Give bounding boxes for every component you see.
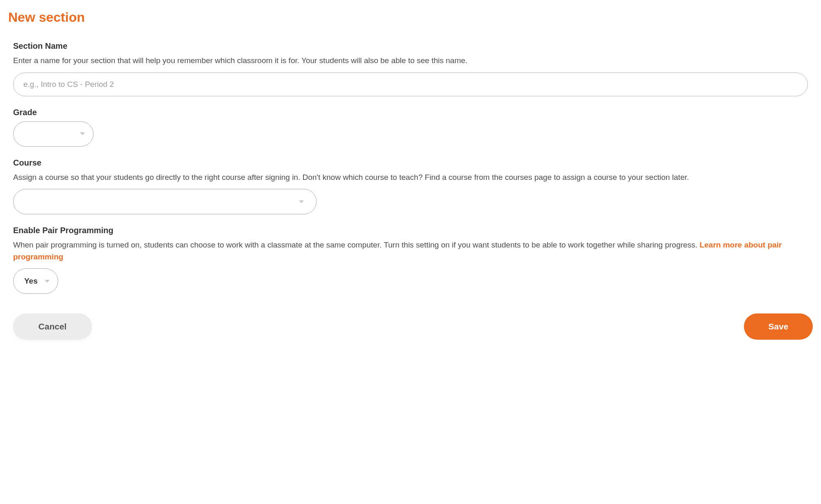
pair-programming-description-text: When pair programming is turned on, stud…	[13, 241, 700, 249]
course-label: Course	[13, 158, 808, 168]
section-name-input[interactable]	[13, 73, 808, 96]
pair-programming-select-value: Yes	[24, 277, 41, 286]
chevron-down-icon	[80, 132, 85, 135]
pair-programming-label: Enable Pair Programming	[13, 226, 808, 235]
form-content: Section Name Enter a name for your secti…	[8, 41, 813, 294]
section-name-description: Enter a name for your section that will …	[13, 55, 808, 67]
course-field-group: Course Assign a course so that your stud…	[13, 158, 808, 215]
save-button[interactable]: Save	[744, 313, 813, 340]
pair-programming-description: When pair programming is turned on, stud…	[13, 239, 808, 263]
chevron-down-icon	[45, 280, 50, 283]
course-description: Assign a course so that your students go…	[13, 172, 808, 184]
grade-label: Grade	[13, 108, 808, 117]
grade-select[interactable]	[13, 121, 94, 147]
cancel-button[interactable]: Cancel	[13, 313, 92, 340]
course-select[interactable]	[13, 189, 317, 214]
chevron-down-icon	[299, 200, 304, 203]
section-name-field-group: Section Name Enter a name for your secti…	[13, 41, 808, 96]
section-name-label: Section Name	[13, 41, 808, 51]
pair-programming-field-group: Enable Pair Programming When pair progra…	[13, 226, 808, 294]
page-title: New section	[8, 10, 813, 25]
grade-field-group: Grade	[13, 108, 808, 147]
button-row: Cancel Save	[8, 313, 813, 340]
pair-programming-select[interactable]: Yes	[13, 268, 58, 294]
